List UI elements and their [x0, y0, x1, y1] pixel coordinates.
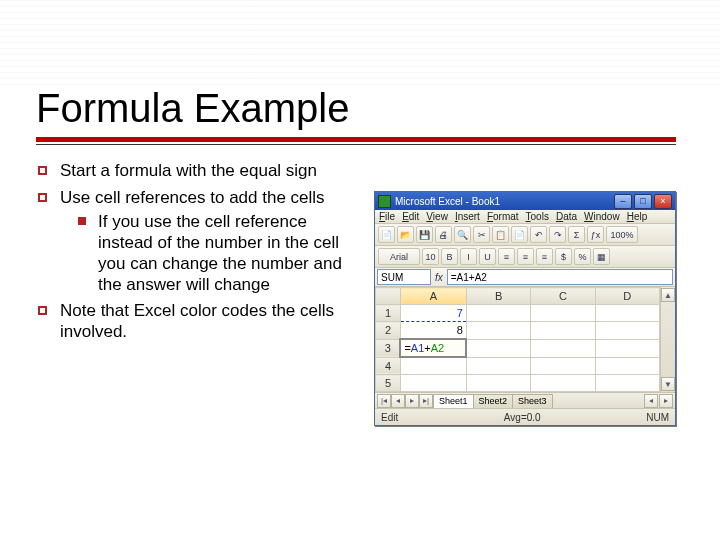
hscroll-left-icon[interactable]: ◂ [644, 394, 658, 408]
italic-icon[interactable]: I [460, 248, 477, 265]
print-icon[interactable]: 🖨 [435, 226, 452, 243]
cell-c5[interactable] [531, 375, 595, 392]
scroll-up-icon[interactable]: ▲ [661, 288, 675, 302]
formula-input[interactable]: =A1+A2 [447, 269, 673, 285]
name-box[interactable]: SUM [377, 269, 431, 285]
cut-icon[interactable]: ✂ [473, 226, 490, 243]
menu-edit[interactable]: Edit [402, 211, 419, 222]
slide-title: Formula Example [36, 86, 684, 131]
cell-a1[interactable]: 7 [400, 305, 466, 322]
sheet-tab-bar: |◂ ◂ ▸ ▸| Sheet1 Sheet2 Sheet3 ◂ ▸ [375, 392, 675, 408]
preview-icon[interactable]: 🔍 [454, 226, 471, 243]
redo-icon[interactable]: ↷ [549, 226, 566, 243]
currency-icon[interactable]: $ [555, 248, 572, 265]
formatting-toolbar: Arial 10 B I U ≡ ≡ ≡ $ % ▦ [375, 246, 675, 268]
cell-a5[interactable] [400, 375, 466, 392]
cell-b2[interactable] [466, 322, 530, 340]
status-num: NUM [646, 412, 669, 423]
cell-b5[interactable] [466, 375, 530, 392]
maximize-button[interactable]: □ [634, 194, 652, 209]
font-size-box[interactable]: 10 [422, 248, 439, 265]
minimize-button[interactable]: – [614, 194, 632, 209]
col-header-b[interactable]: B [466, 288, 530, 305]
menu-tools[interactable]: Tools [526, 211, 549, 222]
menu-window[interactable]: Window [584, 211, 620, 222]
col-header-a[interactable]: A [400, 288, 466, 305]
align-center-icon[interactable]: ≡ [517, 248, 534, 265]
sheet-tab-2-label: Sheet2 [479, 396, 508, 406]
sheet-tab-2[interactable]: Sheet2 [473, 394, 514, 408]
spreadsheet-grid[interactable]: A B C D 1 7 [375, 287, 660, 392]
row-header-4[interactable]: 4 [376, 357, 401, 375]
menu-insert[interactable]: Insert [455, 211, 480, 222]
cell-b4[interactable] [466, 357, 530, 375]
copy-icon[interactable]: 📋 [492, 226, 509, 243]
cell-c3[interactable] [531, 339, 595, 357]
align-right-icon[interactable]: ≡ [536, 248, 553, 265]
menu-format[interactable]: Format [487, 211, 519, 222]
percent-icon[interactable]: % [574, 248, 591, 265]
sheet-tab-3[interactable]: Sheet3 [512, 394, 553, 408]
save-icon[interactable]: 💾 [416, 226, 433, 243]
sheet-tab-3-label: Sheet3 [518, 396, 547, 406]
paste-icon[interactable]: 📄 [511, 226, 528, 243]
cell-b3[interactable] [466, 339, 530, 357]
open-icon[interactable]: 📂 [397, 226, 414, 243]
col-header-c[interactable]: C [531, 288, 595, 305]
row-header-2[interactable]: 2 [376, 322, 401, 340]
bullet-1-text: Start a formula with the equal sign [60, 161, 317, 180]
standard-toolbar: 📄 📂 💾 🖨 🔍 ✂ 📋 📄 ↶ ↷ Σ ƒx 100% [375, 224, 675, 246]
menu-view[interactable]: View [426, 211, 448, 222]
select-all-corner[interactable] [376, 288, 401, 305]
excel-screenshot: Microsoft Excel - Book1 – □ × File Edit … [374, 191, 674, 426]
hscroll-right-icon[interactable]: ▸ [659, 394, 673, 408]
close-button[interactable]: × [654, 194, 672, 209]
cell-a2[interactable]: 8 [400, 322, 466, 340]
menu-bar: File Edit View Insert Format Tools Data … [375, 210, 675, 224]
tab-nav-first-icon[interactable]: |◂ [377, 394, 391, 408]
cell-d2[interactable] [595, 322, 659, 340]
grid-area: A B C D 1 7 [375, 287, 675, 392]
cell-a3[interactable]: =A1+A2 [400, 339, 466, 357]
menu-data[interactable]: Data [556, 211, 577, 222]
excel-app-icon [378, 195, 391, 208]
col-header-d[interactable]: D [595, 288, 659, 305]
tab-nav-prev-icon[interactable]: ◂ [391, 394, 405, 408]
cell-d3[interactable] [595, 339, 659, 357]
row-header-3[interactable]: 3 [376, 339, 401, 357]
cell-d4[interactable] [595, 357, 659, 375]
cell-d5[interactable] [595, 375, 659, 392]
menu-file[interactable]: File [379, 211, 395, 222]
cell-c4[interactable] [531, 357, 595, 375]
undo-icon[interactable]: ↶ [530, 226, 547, 243]
slide: Formula Example Start a formula with the… [0, 0, 720, 540]
fx-label[interactable]: fx [433, 272, 445, 283]
row-header-1[interactable]: 1 [376, 305, 401, 322]
underline-icon[interactable]: U [479, 248, 496, 265]
cell-c2[interactable] [531, 322, 595, 340]
align-left-icon[interactable]: ≡ [498, 248, 515, 265]
tab-nav-next-icon[interactable]: ▸ [405, 394, 419, 408]
horizontal-scrollbar[interactable]: ◂ ▸ [560, 394, 673, 408]
menu-help[interactable]: Help [627, 211, 648, 222]
window-title: Microsoft Excel - Book1 [395, 196, 614, 207]
cell-a4[interactable] [400, 357, 466, 375]
zoom-box[interactable]: 100% [606, 226, 638, 243]
scroll-down-icon[interactable]: ▼ [661, 377, 675, 391]
cell-c1[interactable] [531, 305, 595, 322]
new-icon[interactable]: 📄 [378, 226, 395, 243]
bold-icon[interactable]: B [441, 248, 458, 265]
row-header-5[interactable]: 5 [376, 375, 401, 392]
tab-nav-last-icon[interactable]: ▸| [419, 394, 433, 408]
titlebar[interactable]: Microsoft Excel - Book1 – □ × [375, 192, 675, 210]
cell-b1[interactable] [466, 305, 530, 322]
sheet-tab-1[interactable]: Sheet1 [433, 394, 474, 408]
autosum-icon[interactable]: Σ [568, 226, 585, 243]
font-box[interactable]: Arial [378, 248, 420, 265]
cell-a3-ref2: A2 [431, 342, 444, 354]
cell-d1[interactable] [595, 305, 659, 322]
vertical-scrollbar[interactable]: ▲ ▼ [660, 287, 675, 392]
function-icon[interactable]: ƒx [587, 226, 604, 243]
formula-input-value: =A1+A2 [451, 272, 487, 283]
borders-icon[interactable]: ▦ [593, 248, 610, 265]
